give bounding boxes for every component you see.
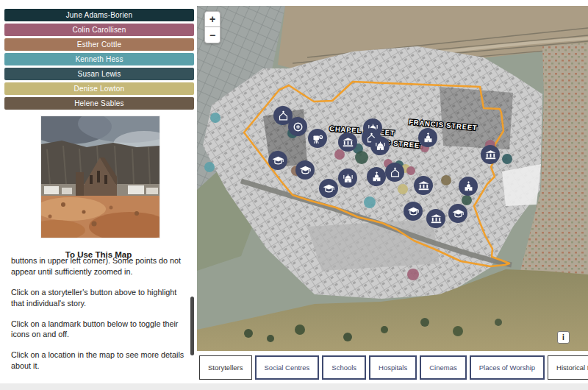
district-six-map-app: June Adams-BorienColin CarollisenEsther … (0, 0, 588, 390)
storyteller-button[interactable]: Helene Sables (4, 97, 194, 110)
map-icon-mosque[interactable] (338, 169, 357, 188)
storyteller-button[interactable]: Esther Cottle (4, 38, 194, 51)
storyteller-button[interactable]: Kenneth Hess (4, 53, 194, 65)
storyteller-dot[interactable] (364, 196, 376, 208)
storyteller-dot[interactable] (441, 175, 451, 185)
map-icon-bank[interactable] (414, 176, 433, 195)
legend-button-places-of-worship[interactable]: Places of Worship (470, 355, 545, 380)
historic-church-photo[interactable] (41, 116, 159, 238)
map-canvas[interactable]: CHAPEL STREETFRANCIS STREETC STREET + − … (197, 6, 588, 351)
storyteller-dot[interactable] (462, 195, 472, 205)
map-icon-mosque[interactable] (370, 136, 390, 155)
map-icon-church[interactable] (418, 128, 437, 147)
legend-button-schools[interactable]: Schools (322, 355, 366, 380)
legend-button-storytellers[interactable]: Storytellers (199, 355, 252, 380)
storyteller-button[interactable]: Susan Lewis (4, 68, 194, 80)
map-icon-bank[interactable] (426, 209, 445, 228)
map-icon-bank[interactable] (338, 132, 357, 152)
storyteller-dot[interactable] (398, 184, 408, 194)
map-icon-school[interactable] (319, 179, 338, 198)
storyteller-dot[interactable] (406, 166, 415, 175)
storyteller-button[interactable]: June Adams-Borien (4, 9, 194, 21)
storyteller-button[interactable]: Denise Lowton (4, 82, 194, 95)
instruction-paragraph: Click on a landmark button below to togg… (11, 319, 187, 341)
church-photo-art (41, 116, 159, 238)
map-icon-school[interactable] (448, 204, 467, 223)
map-icon-school[interactable] (404, 202, 423, 221)
storyteller-dot[interactable] (502, 154, 512, 164)
instructions: buttons in upper left corner). Some poin… (11, 255, 187, 390)
map-icon-worship[interactable] (385, 163, 404, 182)
map-icon-school[interactable] (268, 151, 287, 170)
instruction-paragraph: Click on a location in the map to see mo… (11, 350, 187, 372)
storyteller-dot[interactable] (407, 269, 419, 280)
map-icon-hospital[interactable] (288, 117, 307, 136)
storyteller-button[interactable]: Colin Carollisen (4, 24, 194, 36)
info-button[interactable]: i (557, 331, 570, 344)
storyteller-button-list: June Adams-BorienColin CarollisenEsther … (4, 9, 194, 112)
legend-button-hospitals[interactable]: Hospitals (369, 355, 417, 380)
legend-button-cinemas[interactable]: Cinemas (420, 355, 467, 380)
storyteller-dot[interactable] (210, 113, 220, 123)
map-icon-church[interactable] (367, 167, 386, 186)
legend-bar: StorytellersSocial CentresSchoolsHospita… (197, 351, 588, 384)
map-icon-cinema[interactable] (308, 129, 327, 148)
instruction-paragraph: buttons in upper left corner). Some poin… (11, 255, 187, 277)
instruction-paragraph: Click on a storyteller's button above to… (11, 287, 187, 309)
zoom-control: + − (204, 11, 220, 43)
zoom-out-button[interactable]: − (204, 27, 220, 43)
map-icon-church[interactable] (459, 177, 478, 196)
map-icon-school[interactable] (295, 160, 315, 180)
sidebar-scrollbar[interactable] (190, 297, 194, 355)
bottom-strip (0, 383, 588, 390)
sidebar: June Adams-BorienColin CarollisenEsther … (0, 0, 197, 390)
legend-button-social-centres[interactable]: Social Centres (255, 355, 320, 380)
storyteller-dot[interactable] (334, 149, 345, 160)
zoom-in-button[interactable]: + (204, 11, 220, 27)
storyteller-dot[interactable] (204, 162, 215, 172)
map-icon-bank[interactable] (481, 145, 500, 164)
legend-button-historical-map[interactable]: Historical Map (548, 355, 588, 380)
storyteller-dot[interactable] (355, 151, 368, 164)
